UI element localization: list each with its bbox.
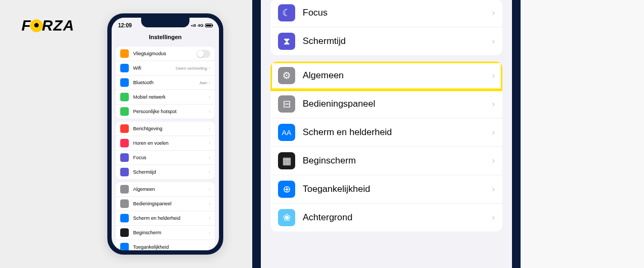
sound-icon (120, 139, 129, 147)
bluetooth-icon (120, 78, 129, 87)
chevron-right-icon: › (492, 71, 495, 80)
row-label: Schermtijd (133, 169, 209, 175)
phone-notch (141, 18, 189, 27)
focus-icon (120, 153, 129, 162)
homescreen-icon: ▦ (278, 152, 295, 169)
battery-icon (205, 24, 213, 27)
settings-row-bluetooth[interactable]: BluetoothAan› (116, 76, 215, 90)
chevron-right-icon: › (209, 187, 210, 192)
screentime-icon: ⧗ (278, 33, 295, 50)
row-label: Achtergrond (303, 212, 492, 223)
chevron-right-icon: › (209, 169, 210, 175)
chevron-right-icon: › (209, 244, 210, 250)
chevron-right-icon: › (209, 126, 210, 131)
airplane-icon (120, 49, 129, 58)
logo-text-rza: RZA (42, 17, 75, 34)
settings-group-focus: ☾Focus›⧗Schermtijd› (270, 0, 502, 55)
row-label: Mobiel netwerk (133, 94, 209, 100)
settings-row-wallpaper[interactable]: ❀Achtergrond› (270, 204, 502, 232)
chevron-right-icon: › (209, 155, 210, 160)
forza-logo: F RZA (21, 17, 75, 34)
settings-row-accessibility[interactable]: ⊕Toegankelijkheid› (270, 175, 502, 204)
hotspot-icon (120, 107, 129, 116)
chevron-right-icon: › (492, 8, 495, 18)
homescreen-icon (120, 228, 129, 237)
settings-row-screentime[interactable]: ⧗Schermtijd› (270, 27, 502, 55)
chevron-right-icon: › (492, 128, 495, 137)
phone-mockup-small: 12:09 •ıll 4G Instellingen Vliegtuigmodu… (107, 13, 223, 255)
row-label: Bluetooth (133, 80, 200, 85)
chevron-right-icon: › (492, 99, 495, 109)
settings-row-homescreen[interactable]: Beginscherm› (116, 226, 215, 240)
wallpaper-icon: ❀ (278, 209, 295, 226)
chevron-right-icon: › (209, 94, 210, 100)
settings-row-display[interactable]: Scherm en helderheid› (116, 211, 215, 226)
accessibility-icon (120, 243, 129, 250)
display-icon (120, 214, 129, 222)
settings-row-general[interactable]: Algemeen› (116, 182, 215, 197)
chevron-right-icon: › (209, 230, 210, 235)
row-label: Schermtijd (303, 36, 492, 47)
settings-row-accessibility[interactable]: Toegankelijkheid› (116, 240, 215, 250)
settings-row-display[interactable]: AAScherm en helderheid› (270, 118, 502, 147)
row-label: Focus (133, 155, 209, 160)
general-icon: ⚙ (278, 67, 295, 84)
settings-row-focus[interactable]: ☾Focus› (270, 0, 502, 27)
settings-row-general[interactable]: ⚙Algemeen› (270, 62, 502, 90)
row-label: Bedieningspaneel (133, 201, 209, 206)
cellular-icon (120, 93, 129, 101)
network-label: 4G (197, 23, 203, 28)
status-time: 12:09 (118, 23, 132, 28)
chevron-right-icon: › (492, 156, 495, 166)
row-label: Beginscherm (303, 155, 492, 166)
row-label: Scherm en helderheid (133, 215, 209, 221)
signal-icon: •ıll (191, 23, 196, 28)
screentime-icon (120, 168, 129, 176)
row-label: Beginscherm (133, 230, 209, 235)
controlcenter-icon (120, 199, 129, 208)
settings-row-cellular[interactable]: Mobiel netwerk› (116, 90, 215, 105)
row-value: Geen verbinding (175, 66, 207, 71)
row-label: Focus (303, 8, 492, 18)
chevron-right-icon: › (492, 184, 495, 194)
display-icon: AA (278, 124, 295, 141)
logo-lion-icon (30, 19, 43, 32)
settings-row-airplane[interactable]: Vliegtuigmodus (116, 47, 215, 61)
row-label: Persoonlijke hotspot (133, 109, 209, 114)
row-label: Toegankelijkheid (303, 184, 492, 195)
chevron-right-icon: › (209, 109, 210, 114)
controlcenter-icon: ⊟ (278, 95, 295, 113)
settings-row-wifi[interactable]: WifiGeen verbinding› (116, 61, 215, 76)
row-label: Wifi (133, 65, 175, 71)
phone-mockup-large: ☾Focus›⧗Schermtijd› ⚙Algemeen›⊟Bediening… (252, 0, 521, 268)
settings-row-homescreen[interactable]: ▦Beginscherm› (270, 147, 502, 175)
settings-group-notifications: Berichtgeving›Horen en voelen›Focus›Sche… (116, 122, 215, 179)
settings-row-notification[interactable]: Berichtgeving› (116, 122, 215, 136)
settings-group-general: Algemeen›Bedieningspaneel›Scherm en held… (116, 182, 215, 250)
row-label: Toegankelijkheid (133, 244, 209, 250)
row-label: Algemeen (303, 70, 492, 81)
wifi-icon (120, 64, 129, 72)
row-label: Horen en voelen (133, 140, 209, 146)
settings-row-controlcenter[interactable]: ⊟Bedieningspaneel› (270, 90, 502, 118)
settings-row-controlcenter[interactable]: Bedieningspaneel› (116, 197, 215, 211)
chevron-right-icon: › (492, 36, 495, 46)
page-title: Instellingen (112, 33, 219, 43)
settings-row-hotspot[interactable]: Persoonlijke hotspot› (116, 105, 215, 118)
settings-row-focus[interactable]: Focus› (116, 151, 215, 165)
chevron-right-icon: › (209, 215, 210, 221)
general-icon (120, 185, 129, 193)
settings-row-sound[interactable]: Horen en voelen› (116, 136, 215, 151)
chevron-right-icon: › (209, 201, 210, 206)
chevron-right-icon: › (209, 80, 210, 85)
chevron-right-icon: › (492, 213, 495, 222)
focus-icon: ☾ (278, 4, 295, 21)
chevron-right-icon: › (209, 65, 210, 71)
row-value: Aan (200, 80, 207, 85)
airplane-toggle[interactable] (196, 50, 210, 58)
row-label: Vliegtuigmodus (133, 51, 196, 56)
settings-row-screentime[interactable]: Schermtijd› (116, 165, 215, 179)
settings-group-connectivity: VliegtuigmodusWifiGeen verbinding›Blueto… (116, 47, 215, 118)
settings-group-main: ⚙Algemeen›⊟Bedieningspaneel›AAScherm en … (270, 62, 502, 232)
notification-icon (120, 124, 129, 133)
